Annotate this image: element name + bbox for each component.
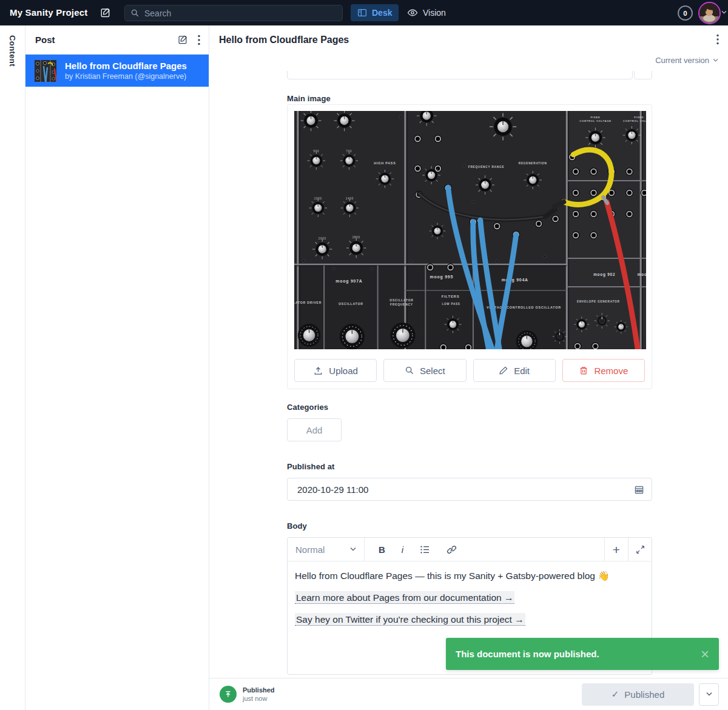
published-at-label: Published at [287, 462, 335, 471]
editor-content[interactable]: Hello from Cloudflare Pages — this is my… [288, 561, 652, 644]
body-label: Body [287, 521, 307, 531]
calendar-icon[interactable] [634, 484, 644, 495]
svg-text:FREQUENCY: FREQUENCY [390, 303, 413, 306]
svg-text:moog 995: moog 995 [430, 275, 453, 280]
compose-icon[interactable] [100, 7, 111, 18]
upload-label: Upload [329, 366, 358, 376]
document-footer: Published just now ✓ Published [209, 678, 728, 710]
notifications-badge[interactable]: 0 [678, 5, 693, 21]
remove-button[interactable]: Remove [562, 359, 645, 382]
expand-icon [636, 545, 645, 554]
svg-text:ENVELOPE GENERATOR: ENVELOPE GENERATOR [577, 300, 620, 303]
top-bar: My Sanity Project Desk [0, 0, 728, 25]
svg-text:moog 907A: moog 907A [335, 279, 362, 284]
slug-generate-button-partial[interactable] [634, 71, 652, 79]
check-icon: ✓ [612, 689, 619, 700]
chevron-down-icon [350, 547, 356, 552]
tab-vision[interactable]: Vision [400, 4, 453, 21]
content-rail: Content [0, 25, 25, 710]
svg-text:2000: 2000 [318, 237, 326, 240]
project-title: My Sanity Project [10, 7, 87, 18]
svg-text:FIXED: FIXED [634, 116, 644, 119]
content-rail-label[interactable]: Content [8, 35, 17, 67]
tab-vision-label: Vision [423, 8, 446, 18]
svg-text:FILTERS: FILTERS [442, 295, 460, 298]
published-at-input[interactable] [297, 484, 634, 495]
svg-text:LOW PASS: LOW PASS [442, 303, 460, 306]
version-label: Current version [655, 56, 709, 65]
main-image-label: Main image [287, 94, 331, 103]
svg-text:2800: 2800 [352, 236, 360, 239]
sanity-studio: My Sanity Project Desk [0, 0, 728, 710]
document-title: Hello from Cloudflare Pages [219, 35, 349, 45]
add-category-button[interactable]: Add [287, 418, 342, 441]
select-button[interactable]: Select [383, 359, 466, 382]
publish-actions-chevron-button[interactable] [699, 683, 719, 706]
edit-button[interactable]: Edit [473, 359, 556, 382]
upload-icon [313, 366, 323, 376]
global-search[interactable] [124, 5, 343, 21]
bold-button[interactable]: B [379, 544, 385, 555]
body-link-documentation[interactable]: Learn more about Pages from our document… [295, 592, 644, 604]
new-document-icon[interactable] [178, 35, 188, 45]
link-icon[interactable] [447, 544, 457, 555]
svg-text:moog 904A: moog 904A [502, 278, 528, 283]
svg-text:moog: moog [638, 272, 646, 277]
search-input[interactable] [144, 8, 337, 18]
post-panel-header: Post [25, 25, 209, 55]
slug-input-partial[interactable] [287, 71, 633, 79]
upload-button[interactable]: Upload [294, 359, 377, 382]
eye-icon [407, 7, 418, 18]
document-menu-kebab-icon[interactable] [716, 34, 719, 45]
avatar-chevron-down-icon[interactable] [721, 10, 727, 15]
publish-status-time: just now [243, 695, 275, 702]
fullscreen-button[interactable] [628, 538, 652, 561]
italic-button[interactable]: i [402, 544, 403, 555]
close-icon[interactable]: × [701, 647, 709, 661]
search-icon [405, 366, 414, 375]
published-status-icon [220, 686, 237, 703]
trash-icon [579, 366, 588, 375]
image-button-row: Upload Select [294, 359, 645, 382]
published-at-field [287, 478, 652, 501]
edit-label: Edit [514, 366, 530, 376]
document-header: Hello from Cloudflare Pages Current vers… [209, 25, 728, 71]
post-item-title: Hello from Cloudflare Pages [65, 61, 187, 71]
tab-desk-label: Desk [372, 8, 392, 18]
categories-label: Categories [287, 403, 328, 412]
search-icon [130, 8, 140, 18]
svg-text:HIGH PASS: HIGH PASS [374, 161, 396, 165]
post-list-item[interactable]: Hello from Cloudflare Pages by Kristian … [25, 55, 209, 87]
pencil-icon [499, 366, 508, 375]
svg-text:OSCILLATOR: OSCILLATOR [339, 302, 363, 306]
plus-icon: + [613, 543, 620, 556]
body-link-twitter[interactable]: Say hey on Twitter if you're checking ou… [295, 614, 644, 626]
document-form: Main image [209, 71, 728, 678]
svg-text:FIXED: FIXED [590, 116, 600, 119]
bullet-list-icon[interactable] [420, 545, 430, 554]
svg-text:1400: 1400 [346, 197, 354, 200]
post-panel-title: Post [35, 35, 178, 45]
svg-text:OSCILLATOR: OSCILLATOR [389, 299, 413, 302]
post-list-panel: Post [25, 25, 209, 710]
publish-button-label: Published [624, 689, 664, 700]
svg-text:1000: 1000 [314, 197, 322, 200]
select-label: Select [420, 366, 445, 376]
avatar[interactable] [698, 2, 721, 24]
svg-text:CONTROL VOLTAGE: CONTROL VOLTAGE [579, 119, 612, 122]
body-paragraph[interactable]: Hello from Cloudflare Pages — this is my… [295, 570, 644, 582]
tab-desk[interactable]: Desk [351, 4, 399, 21]
svg-text:REGENERATION: REGENERATION [519, 162, 547, 165]
panel-menu-kebab-icon[interactable] [198, 35, 200, 45]
svg-text:moog 902: moog 902 [593, 272, 615, 277]
svg-text:CONTROL VOLTAGE: CONTROL VOLTAGE [623, 119, 646, 122]
editor-toolbar: Normal B i [288, 538, 652, 561]
main-image-preview[interactable]: HIGH PASS 560700 10001400 20002800 moog … [294, 111, 646, 349]
version-selector[interactable]: Current version [655, 56, 718, 65]
svg-text:700: 700 [346, 150, 352, 153]
insert-block-button[interactable]: + [604, 538, 628, 561]
text-style-dropdown[interactable]: Normal [288, 538, 365, 561]
svg-text:FREQUENCY RANGE: FREQUENCY RANGE [468, 166, 505, 169]
publish-button[interactable]: ✓ Published [582, 683, 694, 706]
text-style-value: Normal [295, 544, 325, 555]
